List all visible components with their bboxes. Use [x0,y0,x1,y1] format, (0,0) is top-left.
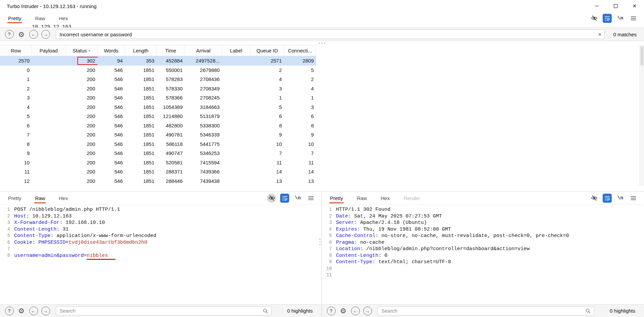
table-row[interactable]: 02005461851550001267988025 [0,66,316,75]
column-header-status[interactable]: Status▾ [66,45,98,56]
vertical-splitter[interactable] [319,239,320,245]
table-cell: 546 [98,178,125,184]
help-icon[interactable]: ? [327,306,336,315]
table-cell: 4 [0,104,32,110]
wrap-lines-icon[interactable] [603,14,612,23]
scrollbar-thumb[interactable] [640,46,644,66]
code-segment: Pragma: [336,240,357,245]
table-row[interactable]: 92005461851490747534625377 [0,149,316,158]
tab-pretty[interactable]: Pretty [329,192,344,204]
table-row[interactable]: 420054618511054389318466353 [0,103,316,112]
highlight-count: 0 highlights [287,308,313,314]
line-number: 5 [0,233,10,239]
tab-render[interactable]: Render [403,192,421,204]
table-row[interactable]: 72005461851490781534633999 [0,130,316,140]
tab-hex[interactable]: Hex [380,192,390,204]
help-icon[interactable]: ? [5,30,14,39]
table-cell: 2497528... [185,58,222,64]
table-row[interactable]: 22005461851578330270834934 [0,84,316,93]
table-cell: 5 [0,113,32,119]
table-row[interactable]: 32005461851578366270824511 [0,93,316,103]
tab-raw[interactable]: Raw [34,192,46,204]
gear-icon[interactable]: ⚙ [17,30,26,39]
table-cell: 8 [0,141,32,147]
table-row-selected[interactable]: 2570302943534528842497528...25712809 [0,56,316,66]
column-header-length[interactable]: Length [125,45,157,56]
request-editor-icons: \n [267,194,321,203]
table-row[interactable]: 11200546185128837174393661414 [0,167,316,176]
newline-icon[interactable]: \n [616,14,625,23]
table-cell: 578366 [157,95,185,101]
prev-highlight-button[interactable]: ← [351,306,360,315]
wrap-lines-icon[interactable] [603,194,612,203]
horizontal-splitter[interactable] [0,41,644,45]
code-segment: 192.168.10.10 [63,220,105,226]
newline-icon[interactable]: \n [616,194,625,203]
menu-icon[interactable] [629,14,638,23]
tab-pretty[interactable]: Pretty [7,12,22,24]
maximize-button[interactable] [606,0,625,12]
column-header-queue-id[interactable]: Queue ID [251,45,284,56]
newline-icon[interactable]: \n [293,194,302,203]
table-row[interactable]: 12005461851578283270843642 [0,75,316,84]
table-cell: 13 [251,178,284,184]
column-header-label[interactable]: Label [222,45,251,56]
filter-input[interactable] [56,30,605,39]
tab-raw[interactable]: Raw [356,192,368,204]
clear-filter-icon[interactable]: × [598,32,602,37]
next-highlight-button[interactable]: → [363,306,372,315]
table-cell: 2809 [284,58,316,64]
table-scrollbar[interactable] [639,45,644,186]
minimize-button[interactable] [588,0,606,12]
next-highlight-button[interactable]: → [41,306,50,315]
tab-pretty[interactable]: Pretty [7,192,22,204]
table-row[interactable]: 8200546185158611854417751010 [0,140,316,149]
table-cell: 7 [284,150,316,156]
column-header-row[interactable]: Row [0,45,32,56]
table-cell: 2 [284,76,316,82]
response-search-input[interactable] [378,306,594,315]
request-search-input[interactable] [56,306,272,315]
gear-icon[interactable]: ⚙ [17,306,26,315]
table-body: 2570302943534528842497528...257128090200… [0,56,316,186]
code-segment: username=admin&password= [14,253,87,259]
menu-icon[interactable] [629,194,638,203]
tab-hex[interactable]: Hex [58,12,69,24]
eye-slash-icon[interactable] [590,14,599,23]
column-header-connecti-[interactable]: Connecti... [284,45,316,56]
line-number: 1 [322,206,332,213]
eye-slash-icon[interactable] [267,194,276,203]
help-icon[interactable]: ? [5,306,14,315]
table-cell: 5 [284,67,316,73]
table-cell: 1851 [125,95,157,101]
next-match-button[interactable]: → [41,30,50,39]
table-row[interactable]: 12200546185128844674394381313 [0,176,316,186]
table-cell: 5346339 [185,132,222,137]
wrap-lines-icon[interactable] [280,194,289,203]
tab-hex[interactable]: Hex [58,192,69,204]
table-cell: 302 [66,57,98,65]
gear-icon[interactable]: ⚙ [339,306,348,315]
eye-slash-icon[interactable] [590,194,599,203]
code-line: 1POST /nibbleblog/admin.php HTTP/1.1 [0,206,321,213]
table-cell: 200 [66,141,98,147]
column-header-time[interactable]: Time [157,45,185,56]
code-text: HTTP/1.1 302 Found [336,206,390,213]
table-row[interactable]: 62005461851482800533830088 [0,121,316,130]
close-button[interactable]: ✕ [625,0,644,12]
table-row[interactable]: 520054618511214880513187966 [0,112,316,121]
table-row[interactable]: 10200546185152058174155941111 [0,158,316,167]
code-line: 5Content-Type: application/x-www-form-ur… [0,233,321,239]
tab-raw[interactable]: Raw [34,12,46,24]
request-editor[interactable]: 1POST /nibbleblog/admin.php HTTP/1.12Hos… [0,205,321,304]
menu-icon[interactable] [306,194,315,203]
table-cell: 353 [125,58,157,64]
response-search-bar: ? ⚙ ← → 0 highlights [322,304,644,317]
column-header-payload[interactable]: Payload [32,45,66,56]
column-header-words[interactable]: Words [98,45,125,56]
prev-match-button[interactable]: ← [29,30,38,39]
prev-highlight-button[interactable]: ← [29,306,38,315]
table-cell: 546 [98,113,125,119]
response-editor[interactable]: 1HTTP/1.1 302 Found2Date: Sat, 24 May 20… [322,205,644,304]
column-header-arrival[interactable]: Arrival [185,45,222,56]
